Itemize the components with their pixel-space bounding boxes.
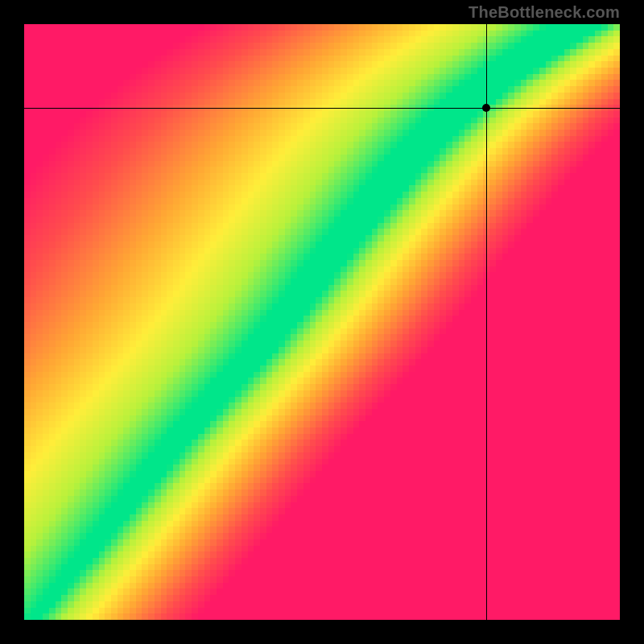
heatmap-canvas <box>24 24 620 620</box>
heatmap-plot <box>24 24 620 620</box>
watermark-text: TheBottleneck.com <box>469 3 620 22</box>
crosshair-horizontal <box>24 108 620 109</box>
chart-container: TheBottleneck.com <box>0 0 644 644</box>
marker-dot <box>482 104 490 112</box>
crosshair-vertical <box>486 24 487 620</box>
